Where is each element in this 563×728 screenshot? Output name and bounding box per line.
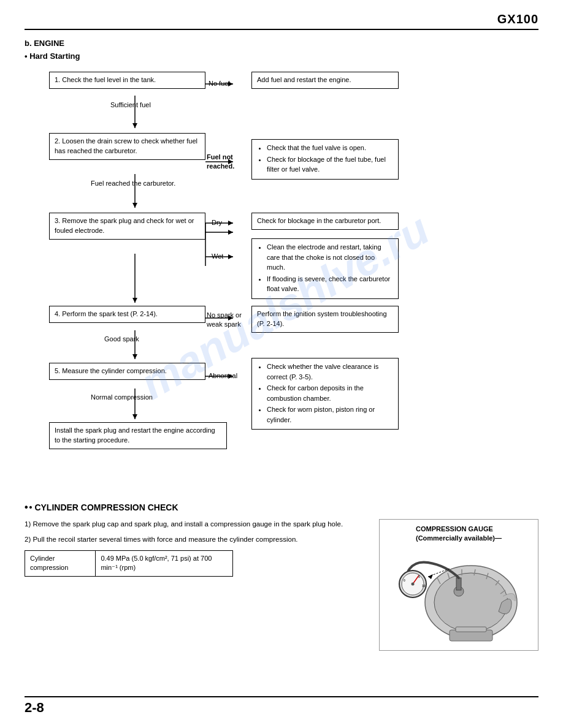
step2-result: Check that the fuel valve is open. Check…: [251, 139, 399, 180]
step1-condition: No fuel: [209, 79, 230, 88]
svg-text:0: 0: [404, 578, 405, 582]
svg-marker-13: [132, 298, 137, 303]
svg-point-39: [412, 582, 415, 585]
compression-steps: 1) Remove the spark plug cap and spark p…: [25, 519, 367, 651]
step4-box: 4. Perform the spark test (P. 2-14).: [49, 306, 205, 323]
step5-below-label: Normal compression: [91, 393, 153, 402]
compression-step1: 1) Remove the spark plug cap and spark p…: [25, 519, 367, 529]
table-col2: 0.49 MPa (5.0 kgf/cm², 71 psi) at 700 mi…: [96, 550, 233, 577]
compression-step2: 2) Pull the recoil starter several times…: [25, 534, 367, 545]
step3-box: 3. Remove the spark plug and check for w…: [49, 213, 205, 240]
svg-text:5: 5: [418, 575, 420, 578]
svg-point-26: [434, 573, 508, 632]
svg-marker-9: [228, 230, 233, 235]
step1-result: Add fuel and restart the engine.: [251, 72, 399, 89]
svg-marker-46: [428, 574, 433, 579]
compression-gauge-image: COMPRESSION GAUGE(Commercially available…: [379, 519, 538, 651]
page-number: 2-8: [25, 700, 44, 715]
step2-condition: Fuel notreached.: [207, 153, 234, 172]
step3-wet-result: Clean the electrode and restart, taking …: [251, 238, 399, 299]
svg-marker-1: [132, 123, 137, 128]
svg-marker-19: [132, 414, 137, 419]
page-header: GX100: [25, 12, 538, 30]
bottom-section: • CYLINDER COMPRESSION CHECK 1) Remove t…: [25, 502, 538, 651]
compression-section-title: • CYLINDER COMPRESSION CHECK: [25, 502, 538, 513]
gauge-illustration: 0 5 10: [391, 547, 526, 645]
step5-result: Check whether the valve clearance is cor…: [251, 358, 399, 430]
step1-box: 1. Check the fuel level in the tank.: [49, 72, 205, 89]
gauge-label: COMPRESSION GAUGE(Commercially available…: [416, 525, 502, 544]
svg-marker-24: [228, 221, 233, 226]
step5-box: 5. Measure the cylinder compression.: [49, 363, 205, 380]
compression-table: Cylinder compression 0.49 MPa (5.0 kgf/c…: [25, 550, 233, 577]
section-label: b. ENGINE: [25, 39, 538, 48]
model-title: GX100: [497, 12, 538, 26]
step2-box: 2. Loosen the drain screw to check wheth…: [49, 133, 205, 160]
step3-dry-result: Check for blockage in the carburetor por…: [251, 213, 399, 230]
step3-dry-label: Dry: [212, 218, 222, 227]
svg-text:10: 10: [422, 584, 426, 588]
final-step-box: Install the spark plug and restart the e…: [49, 422, 227, 449]
svg-marker-11: [228, 254, 233, 259]
step4-condition: No spark orweak spark: [207, 311, 242, 330]
svg-marker-15: [132, 354, 137, 359]
step5-condition: Abnormal: [209, 371, 237, 381]
step4-below-label: Good spark: [104, 335, 139, 344]
step3-wet-label: Wet: [212, 252, 223, 261]
svg-marker-5: [132, 203, 137, 208]
step4-result: Perform the ignition system troubleshoot…: [251, 306, 399, 333]
svg-rect-35: [456, 578, 461, 590]
step2-below-label: Fuel reached the carburetor.: [91, 179, 175, 188]
page-footer: 2-8: [25, 696, 538, 716]
step1-below-label: Sufficient fuel: [110, 100, 151, 110]
table-col1: Cylinder compression: [25, 550, 96, 577]
bottom-content: 1) Remove the spark plug cap and spark p…: [25, 519, 538, 651]
flowchart-container: 1. Check the fuel level in the tank. No …: [25, 67, 540, 483]
svg-rect-44: [456, 627, 486, 632]
subsection-label: • Hard Starting: [25, 51, 538, 61]
